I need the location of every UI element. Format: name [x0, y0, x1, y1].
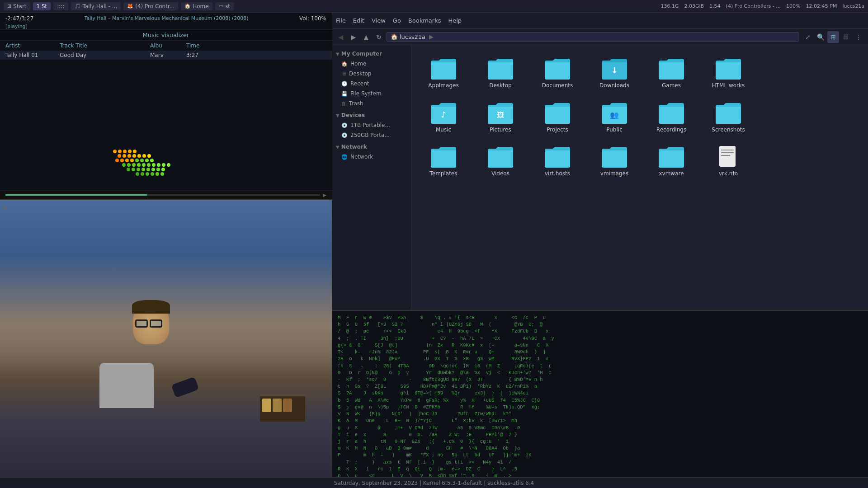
file-label-music: Music [436, 127, 451, 134]
start-button[interactable]: ⊞ Start [4, 2, 30, 10]
viz-dot [157, 163, 160, 167]
viz-dot [142, 168, 145, 171]
file-item-pictures[interactable]: 🖼 Pictures [476, 97, 525, 137]
viz-dot [167, 163, 170, 167]
right-panel: File Edit View Go Bookmarks Help ◀ ▶ ▲ ↻… [332, 13, 868, 477]
home-window[interactable]: 🏠 Home [181, 2, 212, 10]
col-title: Track Title [60, 42, 150, 49]
svg-text:🖼: 🖼 [497, 111, 504, 119]
music-track-row[interactable]: Tally Hall 01 Good Day Marv 3:27 [0, 51, 332, 60]
music-song-title: Tally Hall – Marvin's Marvelous Mechanic… [85, 15, 249, 21]
ram-stat: 2.03GiB [684, 3, 704, 9]
folder-icon-appimages [429, 56, 458, 80]
username: luccs21a [842, 3, 864, 9]
details-view-btn[interactable]: ⋮ [853, 31, 864, 43]
firefox-window[interactable]: 🦊 (4) Pro Contr... [123, 2, 178, 10]
nav-up-button[interactable]: ▲ [361, 32, 371, 42]
video-glasses [135, 319, 167, 328]
folder-icon-documents [543, 56, 572, 80]
file-label-recordings: Recordings [656, 127, 686, 134]
file-item-music[interactable]: ♪ Music [419, 97, 468, 137]
file-item-extra2[interactable]: vmimages [590, 141, 639, 181]
sidebar-item-home[interactable]: 🏠 Home [332, 59, 411, 69]
workspace-button[interactable]: 1 St [33, 2, 51, 10]
col-album: Albu [150, 42, 186, 49]
file-item-recordings[interactable]: Recordings [646, 97, 696, 137]
terminal-line: V N W< {B}g N(0' ) ]hoC l3 ?Ufh Ztw/Whd:… [338, 411, 863, 418]
progress-track[interactable] [5, 194, 320, 196]
svg-rect-5 [721, 150, 734, 150]
cpu-stat: 1.54 [709, 3, 721, 9]
file-item-htmlworks[interactable]: HTML works [703, 52, 753, 93]
menu-help[interactable]: Help [448, 17, 462, 24]
file-item-documents[interactable]: Documents [533, 52, 582, 93]
menu-file[interactable]: File [336, 17, 346, 24]
file-label-extra1: virt.hosts [545, 170, 570, 178]
file-item-extra1[interactable]: virt.hosts [533, 141, 582, 181]
sidebar-item-trash[interactable]: 🗑 Trash [332, 99, 411, 108]
file-item-nfo[interactable]: vrk.nfo [703, 141, 753, 181]
terminal-line: / @ ; pc r<< EkB c4 H 9beg .<f YX FzdFUb… [338, 328, 863, 335]
new-window-btn[interactable]: ⤢ [802, 31, 814, 43]
nav-refresh-button[interactable]: ↻ [374, 32, 384, 42]
sidebar-item-recent[interactable]: 🕐 Recent [332, 79, 411, 89]
svg-text:↓: ↓ [611, 66, 618, 75]
file-item-appimages[interactable]: AppImages [419, 52, 468, 93]
sidebar-item-drive1[interactable]: 💿 1TB Portable... [332, 120, 411, 130]
sidebar-devices-label: Devices [341, 112, 365, 118]
audio-stat: (4) Pro Controllers - ... [726, 3, 781, 9]
filesystem-icon: 💾 [341, 91, 348, 97]
video-hair [132, 300, 170, 314]
sidebar-mycomputer-header[interactable]: ▼ My Computer [332, 49, 411, 59]
file-item-screenshots[interactable]: Screenshots [703, 97, 753, 137]
sidebar-item-drive2[interactable]: 💿 250GB Porta... [332, 130, 411, 140]
sidebar-network-item-label: Network [350, 154, 373, 160]
viz-dot [162, 163, 165, 167]
file-item-downloads[interactable]: ↓ Downloads [590, 52, 639, 93]
file-item-extra3[interactable]: xvmware [646, 141, 696, 181]
viz-row-1 [113, 150, 170, 153]
sidebar-mycomputer-label: My Computer [341, 51, 382, 57]
sidebar-item-desktop[interactable]: 🖥 Desktop [332, 69, 411, 79]
fm-path-bar[interactable]: 🏠 lucss21a ▶ [387, 32, 799, 42]
progress-fill [5, 194, 147, 196]
dots-label: :::: [57, 3, 64, 9]
file-item-public[interactable]: 👥 Public [590, 97, 639, 137]
sidebar-devices-header[interactable]: ▼ Devices [332, 110, 411, 120]
menu-bookmarks[interactable]: Bookmarks [408, 17, 441, 24]
file-item-videos[interactable]: Videos [476, 141, 525, 181]
nav-forward-button[interactable]: ▶ [349, 32, 359, 42]
viz-dot [135, 159, 139, 162]
st-window[interactable]: ▭ st [215, 2, 234, 10]
viz-dot [137, 168, 140, 171]
file-item-games[interactable]: Games [646, 52, 696, 93]
menu-view[interactable]: View [372, 17, 386, 24]
svg-rect-6 [721, 152, 734, 153]
file-item-templates[interactable]: Templates [419, 141, 468, 181]
viz-dot [160, 172, 164, 176]
grid-view-btn[interactable]: ⊞ [827, 31, 839, 43]
viz-dot [123, 154, 126, 158]
sidebar-item-filesystem[interactable]: 💾 File System [332, 89, 411, 99]
nav-back-button[interactable]: ◀ [336, 32, 346, 42]
menu-edit[interactable]: Edit [353, 17, 364, 24]
file-item-projects[interactable]: Projects [533, 97, 582, 137]
file-item-desktop[interactable]: Desktop [476, 52, 525, 93]
fm-menu: File Edit View Go Bookmarks Help [336, 17, 462, 24]
menu-go[interactable]: Go [393, 17, 401, 24]
folder-icon-htmlworks [714, 56, 743, 80]
search-btn[interactable]: 🔍 [815, 31, 826, 43]
sidebar-item-network[interactable]: 🌐 Network [332, 152, 411, 162]
viz-dot [137, 163, 141, 167]
music-status: [playing] [5, 23, 28, 29]
progress-bar[interactable]: ▶ [0, 190, 332, 199]
folder-icon-downloads: ↓ [600, 56, 629, 80]
terminal-line: T< k- rJn% 82Ja PF s[ B K R#r u Q+ 8W9dh… [338, 349, 863, 356]
list-view-btn[interactable]: ☰ [840, 31, 852, 43]
fm-view-buttons: ⤢ 🔍 ⊞ ☰ ⋮ [802, 31, 864, 43]
tally-window[interactable]: 🎵 Tally Hall - ... [71, 2, 121, 10]
viz-dot [127, 163, 131, 167]
music-player: -2:47/3:27 Tally Hall – Marvin's Marvelo… [0, 13, 332, 200]
sidebar-trash-label: Trash [349, 100, 363, 107]
sidebar-network-header[interactable]: ▼ Network [332, 142, 411, 152]
